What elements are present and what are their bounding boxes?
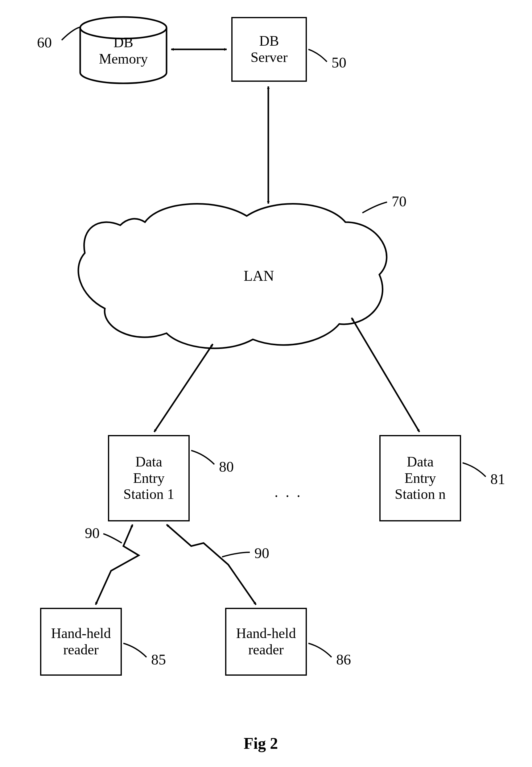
leader-85: [123, 643, 146, 657]
leader-70: [362, 202, 387, 213]
stationn-node: Data Entry Station n: [379, 435, 461, 522]
db-memory-node: DB Memory: [80, 28, 167, 74]
leader-80: [191, 451, 214, 464]
leader-90-left: [103, 534, 122, 543]
stations-ellipsis: · · ·: [274, 488, 302, 505]
ref-70: 70: [392, 193, 406, 210]
leader-60: [62, 27, 80, 40]
db-server-node: DB Server: [231, 17, 307, 82]
reader1-label: Hand-held reader: [51, 625, 111, 658]
ref-86: 86: [336, 651, 351, 668]
station1-label: Data Entry Station 1: [123, 454, 174, 503]
leader-90-right: [222, 552, 250, 557]
ref-90-left: 90: [85, 525, 100, 542]
db-memory-label: DB Memory: [99, 35, 148, 67]
reader1-node: Hand-held reader: [40, 608, 122, 676]
station1-node: Data Entry Station 1: [108, 435, 190, 522]
ref-80: 80: [219, 458, 234, 475]
ref-85: 85: [151, 651, 166, 668]
ref-81: 81: [490, 471, 505, 488]
leader-86: [308, 643, 332, 657]
lan-label: LAN: [244, 267, 274, 284]
arrow-station1-reader2: [167, 525, 256, 605]
leader-81: [463, 463, 486, 477]
arrow-lan-stationn: [352, 318, 419, 432]
figure-caption: Fig 2: [244, 734, 278, 753]
db-server-label: DB Server: [250, 33, 287, 66]
ref-90-right: 90: [254, 545, 269, 562]
diagram-stage: LAN DB Memory DB Server Data Entry Stati…: [0, 0, 532, 767]
arrow-station1-reader1: [96, 525, 139, 605]
ref-50: 50: [332, 54, 346, 71]
ref-60: 60: [37, 34, 52, 51]
arrow-lan-station1: [154, 344, 213, 432]
lan-cloud: [78, 204, 387, 348]
reader2-label: Hand-held reader: [236, 625, 296, 658]
reader2-node: Hand-held reader: [225, 608, 307, 676]
stationn-label: Data Entry Station n: [395, 454, 446, 503]
leader-50: [308, 49, 327, 62]
